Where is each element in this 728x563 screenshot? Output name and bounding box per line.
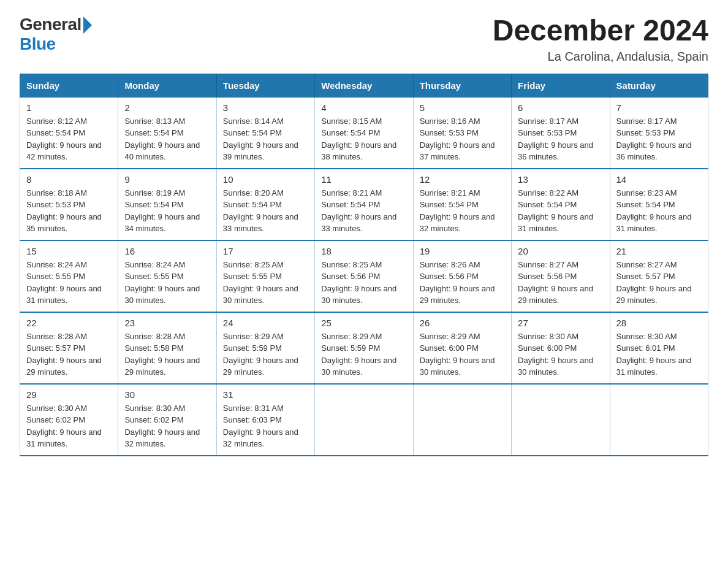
day-number: 18 bbox=[321, 246, 406, 256]
day-info: Sunrise: 8:23 AMSunset: 5:54 PMDaylight:… bbox=[616, 187, 702, 235]
week-row-4: 22Sunrise: 8:28 AMSunset: 5:57 PMDayligh… bbox=[20, 312, 708, 384]
calendar-cell: 6Sunrise: 8:17 AMSunset: 5:53 PMDaylight… bbox=[512, 97, 610, 169]
day-info: Sunrise: 8:12 AMSunset: 5:54 PMDaylight:… bbox=[26, 115, 112, 163]
page-header: General Blue December 2024 La Carolina, … bbox=[20, 15, 708, 64]
calendar-cell: 30Sunrise: 8:30 AMSunset: 6:02 PMDayligh… bbox=[118, 384, 216, 456]
day-info: Sunrise: 8:31 AMSunset: 6:03 PMDaylight:… bbox=[223, 402, 308, 450]
title-area: December 2024 La Carolina, Andalusia, Sp… bbox=[493, 15, 708, 64]
day-number: 5 bbox=[420, 102, 505, 113]
day-info: Sunrise: 8:24 AMSunset: 5:55 PMDaylight:… bbox=[124, 259, 210, 307]
calendar-cell: 5Sunrise: 8:16 AMSunset: 5:53 PMDaylight… bbox=[413, 97, 511, 169]
day-number: 10 bbox=[223, 174, 308, 185]
day-number: 1 bbox=[26, 102, 112, 113]
calendar-cell: 2Sunrise: 8:13 AMSunset: 5:54 PMDaylight… bbox=[118, 97, 216, 169]
header-tuesday: Tuesday bbox=[216, 74, 314, 97]
calendar-cell: 26Sunrise: 8:29 AMSunset: 6:00 PMDayligh… bbox=[413, 312, 511, 384]
calendar-table: SundayMondayTuesdayWednesdayThursdayFrid… bbox=[20, 74, 708, 456]
day-number: 16 bbox=[124, 246, 210, 256]
day-info: Sunrise: 8:24 AMSunset: 5:55 PMDaylight:… bbox=[26, 259, 112, 307]
day-number: 26 bbox=[420, 318, 505, 328]
day-info: Sunrise: 8:19 AMSunset: 5:54 PMDaylight:… bbox=[124, 187, 210, 235]
day-number: 13 bbox=[518, 174, 603, 185]
day-number: 9 bbox=[124, 174, 210, 185]
calendar-cell: 3Sunrise: 8:14 AMSunset: 5:54 PMDaylight… bbox=[216, 97, 314, 169]
calendar-cell: 28Sunrise: 8:30 AMSunset: 6:01 PMDayligh… bbox=[610, 312, 708, 384]
day-number: 19 bbox=[420, 246, 505, 256]
week-row-1: 1Sunrise: 8:12 AMSunset: 5:54 PMDaylight… bbox=[20, 97, 708, 169]
day-number: 28 bbox=[616, 318, 702, 328]
week-row-3: 15Sunrise: 8:24 AMSunset: 5:55 PMDayligh… bbox=[20, 240, 708, 312]
day-number: 3 bbox=[223, 102, 308, 113]
day-number: 4 bbox=[321, 102, 406, 113]
calendar-cell: 20Sunrise: 8:27 AMSunset: 5:56 PMDayligh… bbox=[512, 240, 610, 312]
day-info: Sunrise: 8:26 AMSunset: 5:56 PMDaylight:… bbox=[420, 259, 505, 307]
day-info: Sunrise: 8:14 AMSunset: 5:54 PMDaylight:… bbox=[223, 115, 308, 163]
calendar-cell: 19Sunrise: 8:26 AMSunset: 5:56 PMDayligh… bbox=[413, 240, 511, 312]
day-info: Sunrise: 8:28 AMSunset: 5:58 PMDaylight:… bbox=[124, 331, 210, 378]
calendar-cell bbox=[413, 384, 511, 456]
day-number: 31 bbox=[223, 389, 308, 400]
calendar-header: SundayMondayTuesdayWednesdayThursdayFrid… bbox=[20, 74, 708, 97]
day-number: 11 bbox=[321, 174, 406, 185]
calendar-cell: 13Sunrise: 8:22 AMSunset: 5:54 PMDayligh… bbox=[512, 169, 610, 240]
calendar-cell: 17Sunrise: 8:25 AMSunset: 5:55 PMDayligh… bbox=[216, 240, 314, 312]
day-info: Sunrise: 8:25 AMSunset: 5:56 PMDaylight:… bbox=[321, 259, 406, 307]
day-number: 22 bbox=[26, 318, 112, 328]
day-info: Sunrise: 8:21 AMSunset: 5:54 PMDaylight:… bbox=[321, 187, 406, 235]
calendar-cell bbox=[512, 384, 610, 456]
day-info: Sunrise: 8:21 AMSunset: 5:54 PMDaylight:… bbox=[420, 187, 505, 235]
calendar-cell: 9Sunrise: 8:19 AMSunset: 5:54 PMDaylight… bbox=[118, 169, 216, 240]
location-subtitle: La Carolina, Andalusia, Spain bbox=[493, 50, 708, 64]
day-info: Sunrise: 8:30 AMSunset: 6:02 PMDaylight:… bbox=[26, 402, 112, 450]
calendar-cell: 14Sunrise: 8:23 AMSunset: 5:54 PMDayligh… bbox=[610, 169, 708, 240]
day-info: Sunrise: 8:30 AMSunset: 6:00 PMDaylight:… bbox=[518, 331, 603, 378]
calendar-cell: 22Sunrise: 8:28 AMSunset: 5:57 PMDayligh… bbox=[20, 312, 118, 384]
header-sunday: Sunday bbox=[20, 74, 118, 97]
week-row-2: 8Sunrise: 8:18 AMSunset: 5:53 PMDaylight… bbox=[20, 169, 708, 240]
day-info: Sunrise: 8:20 AMSunset: 5:54 PMDaylight:… bbox=[223, 187, 308, 235]
calendar-cell bbox=[610, 384, 708, 456]
calendar-cell: 15Sunrise: 8:24 AMSunset: 5:55 PMDayligh… bbox=[20, 240, 118, 312]
calendar-cell: 29Sunrise: 8:30 AMSunset: 6:02 PMDayligh… bbox=[20, 384, 118, 456]
day-number: 7 bbox=[616, 102, 702, 113]
month-title: December 2024 bbox=[493, 15, 708, 47]
header-saturday: Saturday bbox=[610, 74, 708, 97]
day-number: 24 bbox=[223, 318, 308, 328]
calendar-cell: 12Sunrise: 8:21 AMSunset: 5:54 PMDayligh… bbox=[413, 169, 511, 240]
calendar-cell: 4Sunrise: 8:15 AMSunset: 5:54 PMDaylight… bbox=[315, 97, 413, 169]
logo-blue-text: Blue bbox=[20, 34, 56, 54]
calendar-cell: 27Sunrise: 8:30 AMSunset: 6:00 PMDayligh… bbox=[512, 312, 610, 384]
week-row-5: 29Sunrise: 8:30 AMSunset: 6:02 PMDayligh… bbox=[20, 384, 708, 456]
day-number: 27 bbox=[518, 318, 603, 328]
calendar-cell: 25Sunrise: 8:29 AMSunset: 5:59 PMDayligh… bbox=[315, 312, 413, 384]
calendar-cell: 21Sunrise: 8:27 AMSunset: 5:57 PMDayligh… bbox=[610, 240, 708, 312]
day-number: 14 bbox=[616, 174, 702, 185]
logo-arrow-icon bbox=[83, 17, 92, 34]
header-thursday: Thursday bbox=[413, 74, 511, 97]
day-info: Sunrise: 8:16 AMSunset: 5:53 PMDaylight:… bbox=[420, 115, 505, 163]
day-number: 30 bbox=[124, 389, 210, 400]
calendar-cell: 24Sunrise: 8:29 AMSunset: 5:59 PMDayligh… bbox=[216, 312, 314, 384]
day-number: 12 bbox=[420, 174, 505, 185]
day-info: Sunrise: 8:17 AMSunset: 5:53 PMDaylight:… bbox=[518, 115, 603, 163]
day-number: 15 bbox=[26, 246, 112, 256]
header-row: SundayMondayTuesdayWednesdayThursdayFrid… bbox=[20, 74, 708, 97]
day-info: Sunrise: 8:27 AMSunset: 5:56 PMDaylight:… bbox=[518, 259, 603, 307]
day-info: Sunrise: 8:22 AMSunset: 5:54 PMDaylight:… bbox=[518, 187, 603, 235]
calendar-cell: 10Sunrise: 8:20 AMSunset: 5:54 PMDayligh… bbox=[216, 169, 314, 240]
header-friday: Friday bbox=[512, 74, 610, 97]
header-monday: Monday bbox=[118, 74, 216, 97]
calendar-cell: 8Sunrise: 8:18 AMSunset: 5:53 PMDaylight… bbox=[20, 169, 118, 240]
day-info: Sunrise: 8:17 AMSunset: 5:53 PMDaylight:… bbox=[616, 115, 702, 163]
calendar-cell: 7Sunrise: 8:17 AMSunset: 5:53 PMDaylight… bbox=[610, 97, 708, 169]
day-info: Sunrise: 8:30 AMSunset: 6:01 PMDaylight:… bbox=[616, 331, 702, 378]
day-info: Sunrise: 8:15 AMSunset: 5:54 PMDaylight:… bbox=[321, 115, 406, 163]
day-number: 29 bbox=[26, 389, 112, 400]
day-info: Sunrise: 8:29 AMSunset: 5:59 PMDaylight:… bbox=[223, 331, 308, 378]
calendar-cell: 31Sunrise: 8:31 AMSunset: 6:03 PMDayligh… bbox=[216, 384, 314, 456]
day-number: 20 bbox=[518, 246, 603, 256]
day-number: 17 bbox=[223, 246, 308, 256]
calendar-cell: 23Sunrise: 8:28 AMSunset: 5:58 PMDayligh… bbox=[118, 312, 216, 384]
day-number: 6 bbox=[518, 102, 603, 113]
logo: General Blue bbox=[20, 15, 92, 54]
